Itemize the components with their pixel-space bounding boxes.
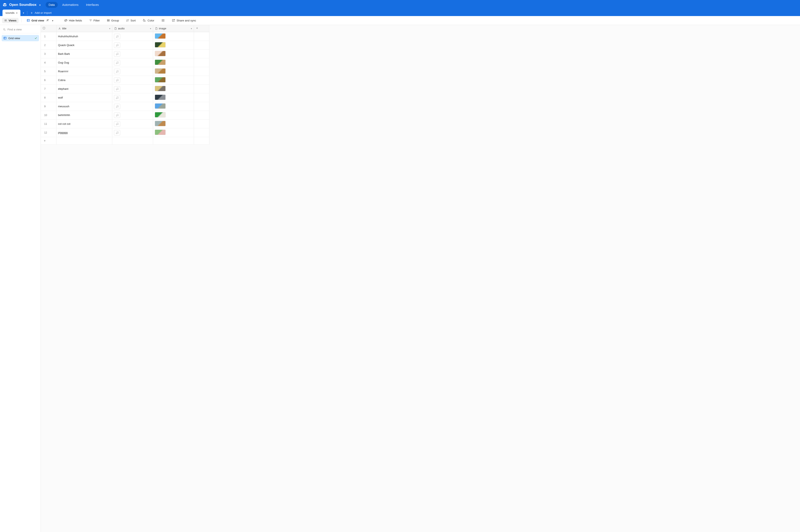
- find-view-input[interactable]: Find a view: [2, 27, 39, 33]
- image-attachment[interactable]: [155, 112, 166, 117]
- cell-audio[interactable]: [112, 67, 153, 76]
- plus-icon[interactable]: +: [41, 137, 56, 145]
- cell-image[interactable]: [153, 58, 194, 67]
- row-number[interactable]: 12: [41, 128, 56, 137]
- cell-title[interactable]: meuuuuh: [56, 102, 112, 111]
- row-number[interactable]: 6: [41, 76, 56, 84]
- audio-attachment[interactable]: [114, 60, 120, 65]
- image-attachment[interactable]: [155, 103, 166, 109]
- table-row[interactable]: 8wolf: [41, 93, 209, 102]
- table-row[interactable]: 4Oug Oug: [41, 58, 209, 67]
- cell-title[interactable]: Cobra: [56, 76, 112, 84]
- cell-audio[interactable]: [112, 102, 153, 111]
- table-row[interactable]: 3Bark Bark: [41, 50, 209, 58]
- image-attachment[interactable]: [155, 95, 166, 100]
- row-number[interactable]: 2: [41, 41, 56, 50]
- image-attachment[interactable]: [155, 60, 166, 65]
- cell-title[interactable]: Huhuhhuhhuhuh: [56, 32, 112, 41]
- table-row[interactable]: 7elephant: [41, 84, 209, 93]
- cell-image[interactable]: [153, 67, 194, 76]
- cell-image[interactable]: [153, 32, 194, 41]
- cell-title[interactable]: piggggg: [56, 128, 112, 137]
- cell-audio[interactable]: [112, 58, 153, 67]
- top-tab-interfaces[interactable]: Interfaces: [83, 2, 102, 8]
- table-row[interactable]: 5Roarrrrrr: [41, 67, 209, 76]
- row-number[interactable]: 1: [41, 32, 56, 41]
- top-tab-automations[interactable]: Automations: [59, 2, 81, 8]
- cell-title[interactable]: Bark Bark: [56, 50, 112, 58]
- view-switcher[interactable]: Grid view: [24, 18, 55, 23]
- row-number[interactable]: 9: [41, 102, 56, 111]
- filter-button[interactable]: Filter: [87, 18, 102, 23]
- image-attachment[interactable]: [155, 86, 166, 91]
- audio-attachment[interactable]: [114, 77, 120, 83]
- image-attachment[interactable]: [155, 130, 166, 135]
- cell-image[interactable]: [153, 84, 194, 93]
- audio-attachment[interactable]: [114, 104, 120, 109]
- table-row[interactable]: 12piggggg: [41, 128, 209, 137]
- table-row[interactable]: 1Huhuhhuhhuhuh: [41, 32, 209, 41]
- audio-attachment[interactable]: [114, 69, 120, 74]
- top-tab-data[interactable]: Data: [45, 2, 58, 8]
- sidebar-view-grid[interactable]: Grid view: [2, 35, 39, 41]
- audio-attachment[interactable]: [114, 42, 120, 48]
- audio-attachment[interactable]: [114, 51, 120, 57]
- add-field-button[interactable]: [194, 25, 209, 32]
- table-tab-menu[interactable]: [20, 10, 27, 16]
- audio-attachment[interactable]: [114, 113, 120, 118]
- column-header-image[interactable]: image: [153, 25, 194, 32]
- column-header-title[interactable]: title: [56, 25, 112, 32]
- cell-audio[interactable]: [112, 32, 153, 41]
- cell-image[interactable]: [153, 50, 194, 58]
- audio-attachment[interactable]: [114, 86, 120, 92]
- row-number[interactable]: 7: [41, 84, 56, 93]
- cell-audio[interactable]: [112, 111, 153, 119]
- cell-title[interactable]: Roarrrrrr: [56, 67, 112, 76]
- cell-image[interactable]: [153, 128, 194, 137]
- cell-title[interactable]: Quack Quack: [56, 41, 112, 50]
- cell-image[interactable]: [153, 41, 194, 50]
- add-record-row[interactable]: +: [41, 137, 209, 145]
- sort-button[interactable]: Sort: [124, 18, 138, 23]
- image-attachment[interactable]: [155, 121, 166, 126]
- select-all-header[interactable]: [41, 25, 56, 32]
- image-attachment[interactable]: [155, 33, 166, 39]
- table-tab-sounds[interactable]: sounds: [2, 10, 20, 16]
- column-header-audio[interactable]: audio: [112, 25, 153, 32]
- table-row[interactable]: 9meuuuuh: [41, 102, 209, 111]
- chevron-down-icon[interactable]: [16, 11, 18, 14]
- views-button[interactable]: Views: [2, 18, 19, 23]
- cell-audio[interactable]: [112, 50, 153, 58]
- chevron-down-icon[interactable]: [150, 27, 151, 30]
- cell-image[interactable]: [153, 93, 194, 102]
- row-number[interactable]: 3: [41, 50, 56, 58]
- image-attachment[interactable]: [155, 51, 166, 56]
- row-number[interactable]: 8: [41, 93, 56, 102]
- hide-fields-button[interactable]: Hide fields: [62, 18, 84, 23]
- image-attachment[interactable]: [155, 77, 166, 82]
- row-number[interactable]: 10: [41, 111, 56, 119]
- cell-title[interactable]: behhhhhh: [56, 111, 112, 119]
- audio-attachment[interactable]: [114, 130, 120, 135]
- table-row[interactable]: 11cot cot cot: [41, 119, 209, 128]
- row-number[interactable]: 11: [41, 119, 56, 128]
- image-attachment[interactable]: [155, 68, 166, 74]
- base-switcher[interactable]: Open Soundbox: [2, 2, 41, 7]
- cell-image[interactable]: [153, 111, 194, 119]
- audio-attachment[interactable]: [114, 121, 120, 127]
- cell-title[interactable]: Oug Oug: [56, 58, 112, 67]
- color-button[interactable]: Color: [140, 18, 156, 23]
- chevron-down-icon[interactable]: [52, 19, 53, 22]
- cell-audio[interactable]: [112, 119, 153, 128]
- checkbox-icon[interactable]: [42, 27, 45, 30]
- cell-audio[interactable]: [112, 93, 153, 102]
- row-height-button[interactable]: [159, 18, 167, 23]
- cell-image[interactable]: [153, 119, 194, 128]
- audio-attachment[interactable]: [114, 95, 120, 100]
- table-row[interactable]: 6Cobra: [41, 76, 209, 84]
- share-and-sync-button[interactable]: Share and sync: [170, 18, 198, 23]
- cell-audio[interactable]: [112, 84, 153, 93]
- add-or-import-button[interactable]: Add or import: [28, 10, 54, 16]
- group-button[interactable]: Group: [105, 18, 121, 23]
- cell-title[interactable]: cot cot cot: [56, 119, 112, 128]
